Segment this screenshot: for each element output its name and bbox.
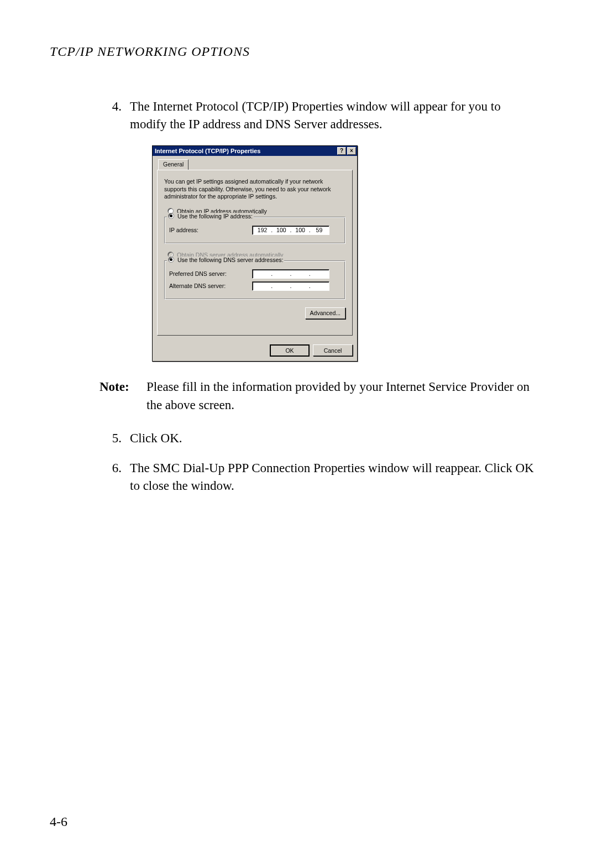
advanced-button[interactable]: Advanced... <box>305 307 345 319</box>
ip-octet-3: 100 <box>294 227 307 233</box>
group-use-ip: Use the following IP address: IP address… <box>164 217 345 244</box>
radio-icon[interactable] <box>168 257 174 263</box>
ip-address-label: IP address: <box>169 227 252 233</box>
tab-page-general: You can get IP settings assigned automat… <box>157 170 353 336</box>
radio-use-ip-label: Use the following IP address: <box>177 213 253 219</box>
preferred-dns-input[interactable]: . . . <box>252 269 329 279</box>
dialog-title: Internet Protocol (TCP/IP) Properties <box>155 148 336 154</box>
ip-octet-1: 192 <box>256 227 269 233</box>
note: Note: Please fill in the information pro… <box>100 378 536 414</box>
step-6-number: 6. <box>100 459 130 495</box>
step-5-text: Click OK. <box>130 430 536 447</box>
dialog-description: You can get IP settings assigned automat… <box>164 178 345 200</box>
ip-address-input[interactable]: 192 . 100 . 100 . 59 <box>252 226 329 235</box>
help-button[interactable]: ? <box>337 147 346 155</box>
tcpip-properties-dialog: Internet Protocol (TCP/IP) Properties ? … <box>152 145 358 362</box>
step-4-number: 4. <box>100 98 130 133</box>
page-header: TCP/IP NETWORKING OPTIONS <box>50 44 547 59</box>
step-5-number: 5. <box>100 430 130 447</box>
ok-button[interactable]: OK <box>270 344 310 357</box>
step-6-text: The SMC Dial-Up PPP Connection Propertie… <box>130 459 536 495</box>
alternate-dns-input[interactable]: . . . <box>252 281 329 291</box>
step-4: 4. The Internet Protocol (TCP/IP) Proper… <box>100 98 536 133</box>
step-6: 6. The SMC Dial-Up PPP Connection Proper… <box>100 459 536 495</box>
group-use-dns: Use the following DNS server addresses: … <box>164 260 345 300</box>
note-text: Please fill in the information provided … <box>146 378 536 414</box>
preferred-dns-label: Preferred DNS server: <box>169 270 252 277</box>
dialog-titlebar: Internet Protocol (TCP/IP) Properties ? … <box>153 146 357 156</box>
ip-octet-2: 100 <box>275 227 288 233</box>
radio-icon[interactable] <box>168 213 174 219</box>
close-button[interactable]: × <box>347 147 356 155</box>
alternate-dns-label: Alternate DNS server: <box>169 283 252 289</box>
radio-use-dns-label: Use the following DNS server addresses: <box>177 257 283 263</box>
tab-general[interactable]: General <box>158 159 188 170</box>
note-label: Note: <box>100 378 146 414</box>
cancel-button[interactable]: Cancel <box>313 344 353 356</box>
step-4-text: The Internet Protocol (TCP/IP) Propertie… <box>130 98 536 133</box>
page-number: 4-6 <box>50 814 67 829</box>
step-5: 5. Click OK. <box>100 430 536 447</box>
ip-octet-4: 59 <box>312 227 326 233</box>
